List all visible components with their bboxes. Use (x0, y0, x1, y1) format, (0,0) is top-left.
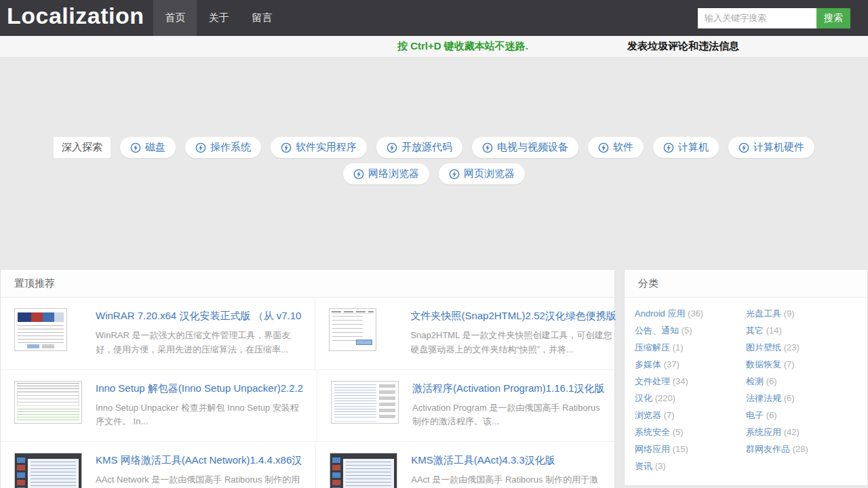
category-link[interactable]: 光盘工具 (746, 308, 784, 319)
article-thumbnail[interactable] (14, 308, 67, 351)
category-count: (6) (766, 410, 777, 420)
content-area: 置顶推荐 WinRAR 7.20.x64 汉化安装正式版 （从 v7.10 Wi… (0, 269, 868, 488)
notice-bar: 按 Ctrl+D 键收藏本站不迷路. 发表垃圾评论和违法信息 (0, 36, 868, 58)
category-link[interactable]: 文件处理 (635, 376, 673, 386)
category-item: 压缩解压 (1) (635, 339, 746, 356)
search-input[interactable] (698, 8, 816, 28)
sidebar: 分类 Android 应用 (36) 公告、通知 (5) 压缩解压 (1) 多媒… (624, 269, 868, 488)
category-item: 检测 (6) (746, 373, 857, 390)
article-title-link[interactable]: KMS激活工具(AAct)4.3.3汉化版 (411, 454, 601, 467)
tag-pill[interactable]: 开放源代码 (376, 137, 462, 158)
bolt-circle-icon (663, 142, 674, 153)
notice-green-text: 按 Ctrl+D 键收藏本站不迷路. (397, 40, 528, 53)
article-title-link[interactable]: 激活程序(Activation Program)1.16.1汉化版 (412, 382, 604, 395)
article-list: WinRAR 7.20.x64 汉化安装正式版 （从 v7.10 WinRAR … (1, 298, 614, 488)
tag-pill[interactable]: 电视与视频设备 (472, 137, 578, 158)
article-text: Inno Setup 解包器(Inno Setup Unpacker)2.2.2… (96, 381, 303, 430)
hero-section: 深入探索 磁盘 操作系统 软件实用程序 开放源代码 电视与视频设备 (0, 58, 868, 268)
tag-pill[interactable]: 网络浏览器 (343, 163, 429, 184)
tag-pill[interactable]: 操作系统 (185, 137, 261, 158)
categories-header: 分类 (625, 270, 867, 298)
notice-black-text: 发表垃圾评论和违法信息 (627, 40, 739, 53)
article-description: AAct Network 是一款由俄国高手 Ratiborus 制作的用于激活 … (96, 473, 302, 488)
category-link[interactable]: 图片壁纸 (746, 342, 784, 352)
bolt-circle-icon (738, 142, 749, 153)
nav-item[interactable]: 留言 (240, 0, 283, 36)
article-description: Activation Program 是一款由俄国高手 Ratiborus 制作… (412, 401, 604, 430)
article-thumbnail[interactable] (330, 453, 397, 488)
article-thumbnail-wrap (14, 453, 82, 488)
tag-pill-label: 开放源代码 (401, 141, 452, 154)
tag-pill[interactable]: 软件 (588, 137, 644, 158)
bolt-circle-icon (195, 142, 206, 153)
article-item: KMS 网络激活工具(AAct Network)1.4.4.x86汉 AAct … (1, 442, 315, 488)
category-count: (34) (673, 376, 688, 386)
article-item: Inno Setup 解包器(Inno Setup Unpacker)2.2.2… (1, 370, 317, 442)
tag-pill[interactable]: 网页浏览器 (439, 163, 525, 184)
category-link[interactable]: 资讯 (635, 461, 655, 471)
tag-pill[interactable]: 计算机 (653, 137, 719, 158)
article-text: 激活程序(Activation Program)1.16.1汉化版 Activa… (412, 381, 604, 430)
category-link[interactable]: 汉化 (635, 393, 655, 403)
tag-pill[interactable]: 磁盘 (120, 137, 176, 158)
main-nav: 首页关于留言 (153, 0, 283, 36)
tag-pill[interactable]: 软件实用程序 (271, 137, 367, 158)
category-link[interactable]: 数据恢复 (746, 359, 784, 369)
bolt-circle-icon (387, 142, 397, 153)
article-description: Inno Setup Unpacker 检查并解包 Inno Setup 安装程… (96, 401, 303, 430)
category-count: (220) (655, 393, 675, 403)
category-link[interactable]: 公告、通知 (635, 325, 682, 336)
article-thumbnail-wrap (330, 453, 397, 488)
category-item: 图片壁纸 (23) (746, 339, 857, 356)
article-thumbnail-wrap (331, 381, 399, 430)
article-title-link[interactable]: WinRAR 7.20.x64 汉化安装正式版 （从 v7.10 (96, 310, 301, 323)
tag-cloud-label: 深入探索 (54, 137, 111, 158)
article-thumbnail-wrap (14, 381, 82, 430)
category-link[interactable]: 系统安全 (635, 427, 673, 437)
category-link[interactable]: 其它 (746, 325, 766, 336)
category-link[interactable]: 网络应用 (635, 444, 673, 454)
category-link[interactable]: 系统应用 (746, 427, 784, 437)
article-title-link[interactable]: Inno Setup 解包器(Inno Setup Unpacker)2.2.2 (96, 382, 303, 395)
category-count: (5) (673, 427, 684, 437)
search-button[interactable]: 搜索 (816, 8, 850, 28)
tag-pill-label: 网络浏览器 (368, 167, 419, 180)
bolt-circle-icon (353, 169, 364, 180)
category-link[interactable]: 压缩解压 (635, 342, 673, 352)
article-thumbnail[interactable] (14, 381, 82, 424)
category-link[interactable]: 浏览器 (635, 410, 664, 420)
category-count: (28) (793, 444, 808, 454)
category-link[interactable]: 群网友作品 (746, 444, 793, 454)
category-link[interactable]: 多媒体 (635, 359, 664, 369)
article-thumbnail[interactable] (331, 381, 399, 424)
category-count: (7) (784, 359, 795, 369)
category-item: 网络应用 (15) (635, 441, 746, 458)
category-link[interactable]: Android 应用 (635, 308, 688, 319)
article-text: KMS激活工具(AAct)4.3.3汉化版 AAct 是一款由俄国高手 Rati… (411, 453, 601, 488)
category-count: (14) (766, 325, 782, 336)
article-description: AAct 是一款由俄国高手 Ratiborus 制作的用于激活 Windows … (411, 473, 601, 488)
category-item: 其它 (14) (746, 322, 857, 339)
article-item: KMS激活工具(AAct)4.3.3汉化版 AAct 是一款由俄国高手 Rati… (315, 442, 614, 488)
category-item: 多媒体 (37) (635, 356, 746, 373)
article-row: WinRAR 7.20.x64 汉化安装正式版 （从 v7.10 WinRAR … (1, 298, 614, 370)
category-item: Android 应用 (36) (635, 305, 746, 322)
category-link[interactable]: 法律法规 (746, 393, 784, 403)
tag-pill[interactable]: 计算机硬件 (728, 137, 814, 158)
bolt-circle-icon (281, 142, 292, 153)
category-item: 数据恢复 (7) (746, 356, 857, 373)
category-link[interactable]: 检测 (746, 376, 766, 386)
category-link[interactable]: 电子 (746, 410, 766, 420)
article-thumbnail[interactable] (329, 308, 376, 351)
tag-cloud: 深入探索 磁盘 操作系统 软件实用程序 开放源代码 电视与视频设备 (41, 58, 827, 184)
article-thumbnail[interactable] (14, 453, 82, 488)
article-thumbnail-wrap (329, 308, 397, 357)
category-column-1: Android 应用 (36) 公告、通知 (5) 压缩解压 (1) 多媒体 (… (635, 305, 746, 474)
category-count: (6) (784, 393, 795, 403)
category-item: 文件处理 (34) (635, 373, 746, 390)
article-title-link[interactable]: 文件夹快照(Snap2HTML)2.52汉化绿色便携版 (410, 310, 616, 323)
nav-item[interactable]: 关于 (197, 0, 240, 36)
article-title-link[interactable]: KMS 网络激活工具(AAct Network)1.4.4.x86汉 (96, 454, 302, 467)
nav-item[interactable]: 首页 (153, 0, 197, 36)
tag-pill-label: 软件实用程序 (296, 141, 357, 154)
